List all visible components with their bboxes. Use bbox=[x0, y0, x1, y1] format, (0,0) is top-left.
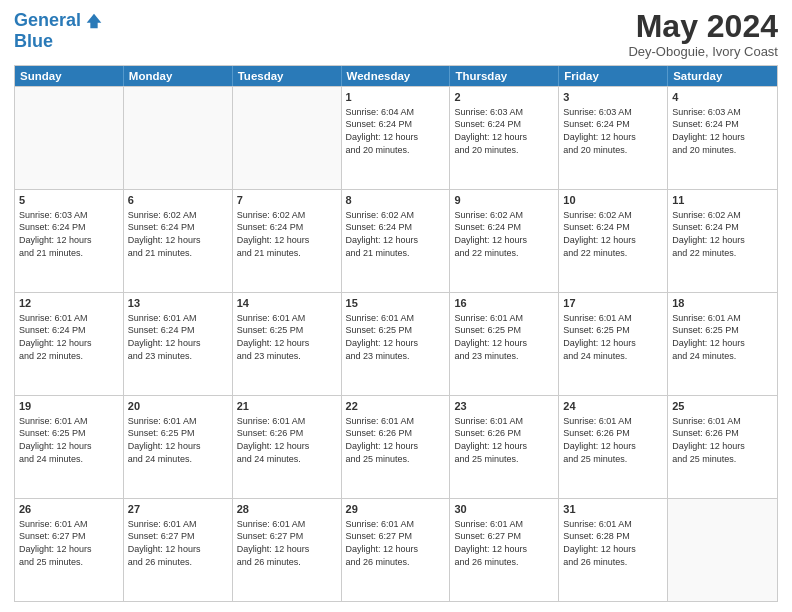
day-number: 8 bbox=[346, 193, 446, 208]
cal-cell-0-3: 1Sunrise: 6:04 AM Sunset: 6:24 PM Daylig… bbox=[342, 87, 451, 189]
logo-text: General bbox=[14, 11, 81, 31]
day-number: 6 bbox=[128, 193, 228, 208]
day-number: 11 bbox=[672, 193, 773, 208]
day-info: Sunrise: 6:01 AM Sunset: 6:25 PM Dayligh… bbox=[128, 415, 228, 465]
day-number: 30 bbox=[454, 502, 554, 517]
cal-cell-1-3: 8Sunrise: 6:02 AM Sunset: 6:24 PM Daylig… bbox=[342, 190, 451, 292]
day-number: 17 bbox=[563, 296, 663, 311]
day-info: Sunrise: 6:01 AM Sunset: 6:26 PM Dayligh… bbox=[346, 415, 446, 465]
day-number: 10 bbox=[563, 193, 663, 208]
day-number: 1 bbox=[346, 90, 446, 105]
day-info: Sunrise: 6:01 AM Sunset: 6:26 PM Dayligh… bbox=[563, 415, 663, 465]
cal-cell-3-2: 21Sunrise: 6:01 AM Sunset: 6:26 PM Dayli… bbox=[233, 396, 342, 498]
cal-cell-0-1 bbox=[124, 87, 233, 189]
cal-cell-4-5: 31Sunrise: 6:01 AM Sunset: 6:28 PM Dayli… bbox=[559, 499, 668, 601]
cal-cell-2-4: 16Sunrise: 6:01 AM Sunset: 6:25 PM Dayli… bbox=[450, 293, 559, 395]
col-thursday: Thursday bbox=[450, 66, 559, 86]
day-info: Sunrise: 6:01 AM Sunset: 6:27 PM Dayligh… bbox=[454, 518, 554, 568]
day-number: 20 bbox=[128, 399, 228, 414]
day-number: 19 bbox=[19, 399, 119, 414]
cal-cell-2-6: 18Sunrise: 6:01 AM Sunset: 6:25 PM Dayli… bbox=[668, 293, 777, 395]
day-info: Sunrise: 6:01 AM Sunset: 6:24 PM Dayligh… bbox=[19, 312, 119, 362]
cal-cell-1-1: 6Sunrise: 6:02 AM Sunset: 6:24 PM Daylig… bbox=[124, 190, 233, 292]
day-info: Sunrise: 6:03 AM Sunset: 6:24 PM Dayligh… bbox=[563, 106, 663, 156]
cal-cell-3-0: 19Sunrise: 6:01 AM Sunset: 6:25 PM Dayli… bbox=[15, 396, 124, 498]
day-info: Sunrise: 6:01 AM Sunset: 6:25 PM Dayligh… bbox=[563, 312, 663, 362]
col-saturday: Saturday bbox=[668, 66, 777, 86]
cal-cell-0-6: 4Sunrise: 6:03 AM Sunset: 6:24 PM Daylig… bbox=[668, 87, 777, 189]
location: Dey-Oboguie, Ivory Coast bbox=[628, 44, 778, 59]
week-row-2: 5Sunrise: 6:03 AM Sunset: 6:24 PM Daylig… bbox=[15, 189, 777, 292]
cal-cell-1-6: 11Sunrise: 6:02 AM Sunset: 6:24 PM Dayli… bbox=[668, 190, 777, 292]
cal-cell-1-4: 9Sunrise: 6:02 AM Sunset: 6:24 PM Daylig… bbox=[450, 190, 559, 292]
day-number: 27 bbox=[128, 502, 228, 517]
day-info: Sunrise: 6:02 AM Sunset: 6:24 PM Dayligh… bbox=[454, 209, 554, 259]
cal-cell-2-3: 15Sunrise: 6:01 AM Sunset: 6:25 PM Dayli… bbox=[342, 293, 451, 395]
day-info: Sunrise: 6:01 AM Sunset: 6:27 PM Dayligh… bbox=[237, 518, 337, 568]
cal-cell-3-6: 25Sunrise: 6:01 AM Sunset: 6:26 PM Dayli… bbox=[668, 396, 777, 498]
day-info: Sunrise: 6:01 AM Sunset: 6:25 PM Dayligh… bbox=[346, 312, 446, 362]
day-number: 28 bbox=[237, 502, 337, 517]
week-row-4: 19Sunrise: 6:01 AM Sunset: 6:25 PM Dayli… bbox=[15, 395, 777, 498]
day-info: Sunrise: 6:02 AM Sunset: 6:24 PM Dayligh… bbox=[346, 209, 446, 259]
cal-cell-4-1: 27Sunrise: 6:01 AM Sunset: 6:27 PM Dayli… bbox=[124, 499, 233, 601]
day-number: 9 bbox=[454, 193, 554, 208]
col-sunday: Sunday bbox=[15, 66, 124, 86]
title-area: May 2024 Dey-Oboguie, Ivory Coast bbox=[628, 10, 778, 59]
day-number: 16 bbox=[454, 296, 554, 311]
cal-cell-2-1: 13Sunrise: 6:01 AM Sunset: 6:24 PM Dayli… bbox=[124, 293, 233, 395]
calendar-body: 1Sunrise: 6:04 AM Sunset: 6:24 PM Daylig… bbox=[15, 86, 777, 601]
day-number: 21 bbox=[237, 399, 337, 414]
col-monday: Monday bbox=[124, 66, 233, 86]
cal-cell-3-1: 20Sunrise: 6:01 AM Sunset: 6:25 PM Dayli… bbox=[124, 396, 233, 498]
cal-cell-3-5: 24Sunrise: 6:01 AM Sunset: 6:26 PM Dayli… bbox=[559, 396, 668, 498]
col-tuesday: Tuesday bbox=[233, 66, 342, 86]
day-info: Sunrise: 6:01 AM Sunset: 6:27 PM Dayligh… bbox=[19, 518, 119, 568]
day-number: 26 bbox=[19, 502, 119, 517]
day-number: 23 bbox=[454, 399, 554, 414]
cal-cell-2-0: 12Sunrise: 6:01 AM Sunset: 6:24 PM Dayli… bbox=[15, 293, 124, 395]
day-info: Sunrise: 6:01 AM Sunset: 6:28 PM Dayligh… bbox=[563, 518, 663, 568]
cal-cell-1-2: 7Sunrise: 6:02 AM Sunset: 6:24 PM Daylig… bbox=[233, 190, 342, 292]
cal-cell-1-0: 5Sunrise: 6:03 AM Sunset: 6:24 PM Daylig… bbox=[15, 190, 124, 292]
cal-cell-3-4: 23Sunrise: 6:01 AM Sunset: 6:26 PM Dayli… bbox=[450, 396, 559, 498]
day-info: Sunrise: 6:01 AM Sunset: 6:25 PM Dayligh… bbox=[672, 312, 773, 362]
cal-cell-1-5: 10Sunrise: 6:02 AM Sunset: 6:24 PM Dayli… bbox=[559, 190, 668, 292]
week-row-5: 26Sunrise: 6:01 AM Sunset: 6:27 PM Dayli… bbox=[15, 498, 777, 601]
col-friday: Friday bbox=[559, 66, 668, 86]
col-wednesday: Wednesday bbox=[342, 66, 451, 86]
cal-cell-2-5: 17Sunrise: 6:01 AM Sunset: 6:25 PM Dayli… bbox=[559, 293, 668, 395]
day-info: Sunrise: 6:01 AM Sunset: 6:25 PM Dayligh… bbox=[237, 312, 337, 362]
day-info: Sunrise: 6:02 AM Sunset: 6:24 PM Dayligh… bbox=[128, 209, 228, 259]
day-info: Sunrise: 6:01 AM Sunset: 6:26 PM Dayligh… bbox=[454, 415, 554, 465]
logo: General Blue bbox=[14, 10, 105, 52]
day-info: Sunrise: 6:02 AM Sunset: 6:24 PM Dayligh… bbox=[672, 209, 773, 259]
cal-cell-0-4: 2Sunrise: 6:03 AM Sunset: 6:24 PM Daylig… bbox=[450, 87, 559, 189]
day-number: 22 bbox=[346, 399, 446, 414]
day-info: Sunrise: 6:02 AM Sunset: 6:24 PM Dayligh… bbox=[237, 209, 337, 259]
cal-cell-4-4: 30Sunrise: 6:01 AM Sunset: 6:27 PM Dayli… bbox=[450, 499, 559, 601]
day-info: Sunrise: 6:01 AM Sunset: 6:26 PM Dayligh… bbox=[672, 415, 773, 465]
page: General Blue May 2024 Dey-Oboguie, Ivory… bbox=[0, 0, 792, 612]
day-number: 4 bbox=[672, 90, 773, 105]
day-info: Sunrise: 6:03 AM Sunset: 6:24 PM Dayligh… bbox=[672, 106, 773, 156]
day-number: 24 bbox=[563, 399, 663, 414]
day-info: Sunrise: 6:01 AM Sunset: 6:27 PM Dayligh… bbox=[346, 518, 446, 568]
cal-cell-2-2: 14Sunrise: 6:01 AM Sunset: 6:25 PM Dayli… bbox=[233, 293, 342, 395]
day-number: 2 bbox=[454, 90, 554, 105]
day-number: 18 bbox=[672, 296, 773, 311]
day-number: 29 bbox=[346, 502, 446, 517]
week-row-1: 1Sunrise: 6:04 AM Sunset: 6:24 PM Daylig… bbox=[15, 86, 777, 189]
cal-cell-4-0: 26Sunrise: 6:01 AM Sunset: 6:27 PM Dayli… bbox=[15, 499, 124, 601]
day-info: Sunrise: 6:01 AM Sunset: 6:25 PM Dayligh… bbox=[19, 415, 119, 465]
day-number: 15 bbox=[346, 296, 446, 311]
day-number: 14 bbox=[237, 296, 337, 311]
header: General Blue May 2024 Dey-Oboguie, Ivory… bbox=[14, 10, 778, 59]
cal-cell-3-3: 22Sunrise: 6:01 AM Sunset: 6:26 PM Dayli… bbox=[342, 396, 451, 498]
day-info: Sunrise: 6:01 AM Sunset: 6:27 PM Dayligh… bbox=[128, 518, 228, 568]
calendar: Sunday Monday Tuesday Wednesday Thursday… bbox=[14, 65, 778, 602]
day-info: Sunrise: 6:03 AM Sunset: 6:24 PM Dayligh… bbox=[454, 106, 554, 156]
day-info: Sunrise: 6:01 AM Sunset: 6:24 PM Dayligh… bbox=[128, 312, 228, 362]
month-title: May 2024 bbox=[628, 10, 778, 42]
day-info: Sunrise: 6:03 AM Sunset: 6:24 PM Dayligh… bbox=[19, 209, 119, 259]
